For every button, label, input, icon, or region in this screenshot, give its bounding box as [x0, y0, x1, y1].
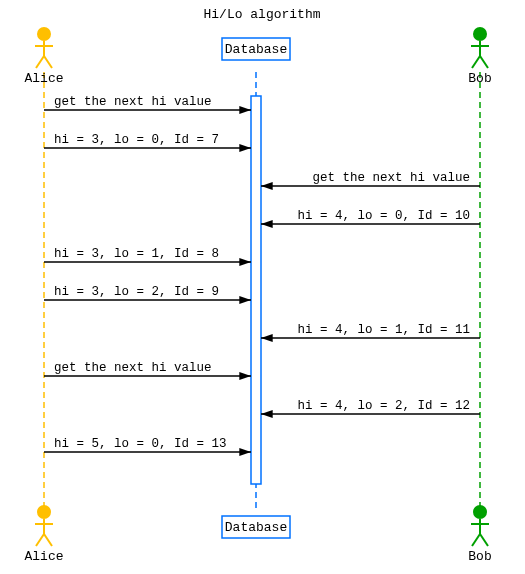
svg-point-11: [37, 505, 51, 519]
message-label: hi = 3, lo = 2, Id = 9: [54, 285, 219, 299]
actor-bob-top: Bob: [468, 27, 491, 86]
message-label: get the next hi value: [54, 95, 212, 109]
messages-group: get the next hi valuehi = 3, lo = 0, Id …: [44, 95, 480, 452]
actor-alice-bottom: Alice: [24, 505, 63, 564]
actor-database-top: Database: [222, 38, 290, 60]
svg-line-15: [44, 534, 52, 546]
diagram-title: Hi/Lo algorithm: [203, 7, 320, 22]
message-label: get the next hi value: [54, 361, 212, 375]
message-label: hi = 3, lo = 0, Id = 7: [54, 133, 219, 147]
message-label: hi = 4, lo = 0, Id = 10: [297, 209, 470, 223]
sequence-diagram: Hi/Lo algorithm Alice Database Bob get t…: [0, 0, 525, 574]
actor-database-bottom: Database: [222, 516, 290, 538]
message-label: hi = 4, lo = 1, Id = 11: [297, 323, 470, 337]
svg-point-17: [473, 505, 487, 519]
message-label: hi = 3, lo = 1, Id = 8: [54, 247, 219, 261]
svg-line-20: [472, 534, 480, 546]
person-icon: [35, 505, 53, 546]
svg-line-21: [480, 534, 488, 546]
actor-bob-bottom: Bob: [468, 505, 491, 564]
person-icon: [35, 27, 53, 68]
person-icon: [471, 27, 489, 68]
actor-bob-label-bottom: Bob: [468, 549, 491, 564]
person-icon: [471, 505, 489, 546]
actor-alice-label-top: Alice: [24, 71, 63, 86]
message-label: hi = 5, lo = 0, Id = 13: [54, 437, 227, 451]
actor-alice-top: Alice: [24, 27, 63, 86]
svg-line-9: [472, 56, 480, 68]
svg-point-0: [37, 27, 51, 41]
svg-line-10: [480, 56, 488, 68]
svg-line-4: [44, 56, 52, 68]
database-activation: [251, 96, 261, 484]
message-label: get the next hi value: [312, 171, 470, 185]
svg-line-14: [36, 534, 44, 546]
message-label: hi = 4, lo = 2, Id = 12: [297, 399, 470, 413]
actor-alice-label-bottom: Alice: [24, 549, 63, 564]
actor-database-label-bottom: Database: [225, 520, 287, 535]
svg-point-6: [473, 27, 487, 41]
svg-line-3: [36, 56, 44, 68]
actor-bob-label-top: Bob: [468, 71, 491, 86]
actor-database-label-top: Database: [225, 42, 287, 57]
